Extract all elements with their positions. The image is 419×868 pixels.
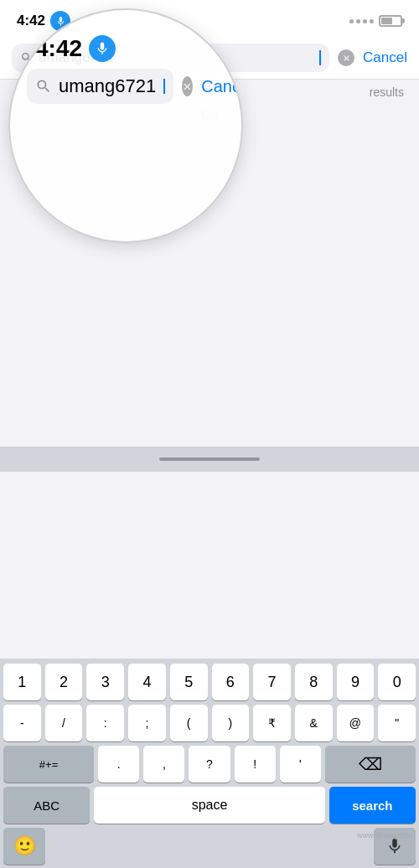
circle-search-icon xyxy=(35,78,52,95)
bottom-bar xyxy=(0,447,419,472)
keyboard-row-2: - / : ; ( ) ₹ & @ " xyxy=(3,705,416,741)
key-open-paren[interactable]: ( xyxy=(170,705,208,741)
clear-button[interactable] xyxy=(338,49,354,66)
key-abc[interactable]: ABC xyxy=(3,787,90,824)
key-apostrophe[interactable]: ' xyxy=(280,746,321,783)
circle-cancel-button: Cancel xyxy=(201,77,243,96)
signal-dot-2 xyxy=(356,19,360,23)
circle-status: 4:42 xyxy=(10,10,241,69)
results-hint: results xyxy=(370,85,404,100)
key-search[interactable]: search xyxy=(329,787,416,824)
key-rupee[interactable]: ₹ xyxy=(253,705,291,741)
status-right xyxy=(349,15,402,27)
key-colon[interactable]: : xyxy=(86,705,124,741)
key-6[interactable]: 6 xyxy=(212,664,250,700)
key-space[interactable]: space xyxy=(94,787,324,824)
key-7[interactable]: 7 xyxy=(253,664,291,700)
battery-fill xyxy=(381,18,392,24)
signal-indicator xyxy=(349,19,374,23)
keyboard-row-1: 1 2 3 4 5 6 7 8 9 0 xyxy=(3,664,416,700)
circle-search-box: umang6721 xyxy=(27,69,173,104)
key-semicolon[interactable]: ; xyxy=(128,705,166,741)
key-4[interactable]: 4 xyxy=(128,664,166,700)
key-5[interactable]: 5 xyxy=(170,664,208,700)
circle-time: 4:42 xyxy=(35,35,82,62)
key-exclamation[interactable]: ! xyxy=(235,746,276,783)
results-text: results xyxy=(370,85,404,99)
signal-dot-3 xyxy=(363,19,367,23)
battery-icon xyxy=(379,15,402,27)
signal-dot-4 xyxy=(370,19,374,23)
key-0[interactable]: 0 xyxy=(378,664,416,700)
signal-dot-1 xyxy=(349,19,354,23)
circle-mic-icon xyxy=(89,35,116,62)
keyboard-mic-icon xyxy=(385,837,404,855)
circle-clear-button xyxy=(182,76,193,96)
empty-space xyxy=(0,281,419,447)
key-dash[interactable]: - xyxy=(3,705,41,741)
keyboard-row-3: #+= . , ? ! ' ⌫ xyxy=(3,746,416,783)
text-cursor xyxy=(319,50,321,65)
key-8[interactable]: 8 xyxy=(295,664,333,700)
circle-clear-icon xyxy=(182,81,193,92)
key-close-paren[interactable]: ) xyxy=(212,705,250,741)
magnifier-overlay: 4:42 umang6721 Cancel xyxy=(8,8,243,243)
key-period[interactable]: . xyxy=(98,746,139,783)
key-quote[interactable]: " xyxy=(378,705,416,741)
magnifier-inner: 4:42 umang6721 Cancel xyxy=(10,10,241,241)
keyboard-bottom-row: 🙂 xyxy=(3,828,416,865)
circle-search-text: umang6721 xyxy=(59,75,156,97)
key-ampersand[interactable]: & xyxy=(295,705,333,741)
key-slash[interactable]: / xyxy=(45,705,83,741)
key-3[interactable]: 3 xyxy=(86,664,124,700)
clear-icon xyxy=(342,54,351,63)
key-emoji[interactable]: 🙂 xyxy=(3,828,45,865)
backspace-key[interactable]: ⌫ xyxy=(325,746,416,783)
key-2[interactable]: 2 xyxy=(45,664,83,700)
key-1[interactable]: 1 xyxy=(3,664,41,700)
key-comma[interactable]: , xyxy=(143,746,184,783)
key-9[interactable]: 9 xyxy=(337,664,375,700)
keyboard-row-4: ABC space search xyxy=(3,787,416,824)
key-question[interactable]: ? xyxy=(189,746,230,783)
home-indicator xyxy=(159,457,260,461)
circle-microphone-icon xyxy=(95,41,110,56)
watermark: www.deuaq.com xyxy=(357,831,412,840)
cancel-button[interactable]: Cancel xyxy=(363,49,407,66)
circle-cursor xyxy=(163,79,165,94)
circle-search-row: umang6721 Cancel xyxy=(10,69,241,104)
key-at[interactable]: @ xyxy=(337,705,375,741)
key-hashpluseq[interactable]: #+= xyxy=(3,746,94,783)
